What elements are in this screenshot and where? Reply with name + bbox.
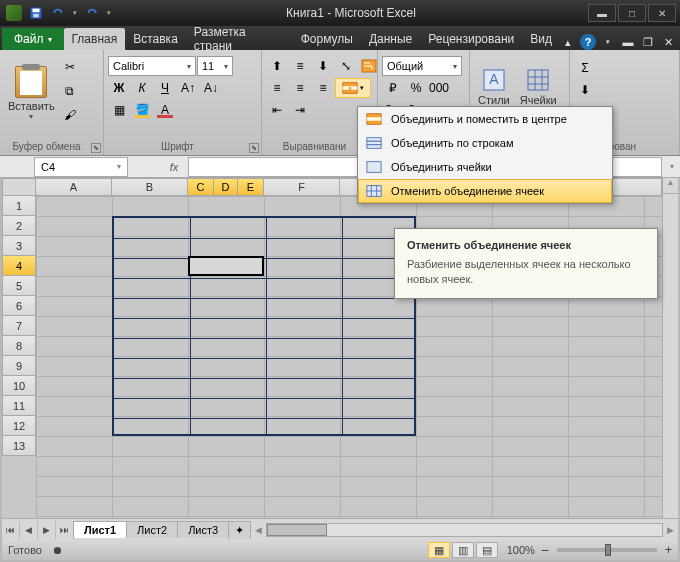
decrease-indent-icon[interactable]: ⇤: [266, 100, 288, 120]
row-header-3[interactable]: 3: [2, 236, 36, 256]
row-header-10[interactable]: 10: [2, 376, 36, 396]
cut-icon[interactable]: ✂: [61, 58, 79, 76]
help-icon[interactable]: ?: [580, 34, 596, 50]
row-header-6[interactable]: 6: [2, 296, 36, 316]
normal-view-button[interactable]: ▦: [428, 542, 450, 558]
tab-view[interactable]: Вид: [522, 28, 560, 50]
font-size-select[interactable]: 11: [197, 56, 233, 76]
currency-icon[interactable]: ₽: [382, 78, 404, 98]
active-cell[interactable]: [188, 256, 264, 276]
zoom-out-button[interactable]: −: [541, 542, 549, 558]
save-icon[interactable]: [26, 3, 46, 23]
autosum-icon[interactable]: Σ: [574, 58, 596, 78]
increase-indent-icon[interactable]: ⇥: [289, 100, 311, 120]
column-header-E[interactable]: E: [238, 178, 264, 196]
fill-color-icon[interactable]: 🪣: [131, 100, 153, 120]
qat-customize-icon[interactable]: ▾: [104, 3, 114, 23]
tab-formulas[interactable]: Формулы: [293, 28, 361, 50]
column-header-A[interactable]: A: [36, 178, 112, 196]
tab-review[interactable]: Рецензировани: [420, 28, 522, 50]
column-header-D[interactable]: D: [214, 178, 238, 196]
hscroll-left-icon[interactable]: ◀: [255, 525, 262, 535]
doc-close-icon[interactable]: ✕: [660, 34, 676, 50]
clipboard-dialog-launcher[interactable]: ⬊: [91, 143, 101, 153]
app-icon[interactable]: [4, 3, 24, 23]
first-sheet-icon[interactable]: ⏮: [2, 521, 20, 539]
undo-dropdown-icon[interactable]: ▾: [70, 3, 80, 23]
merge-cells-button[interactable]: a ▾: [335, 78, 371, 98]
expand-formula-bar-icon[interactable]: ▾: [664, 162, 680, 171]
undo-icon[interactable]: [48, 3, 68, 23]
column-header-F[interactable]: F: [264, 178, 340, 196]
minimize-button[interactable]: ▬: [588, 4, 616, 22]
font-dialog-launcher[interactable]: ⬊: [249, 143, 259, 153]
column-header-C[interactable]: C: [188, 178, 214, 196]
scroll-up-icon[interactable]: ▲: [663, 178, 678, 194]
horizontal-scrollbar[interactable]: [266, 523, 663, 537]
unmerge-cells-item[interactable]: Отменить объединение ячеек: [358, 179, 612, 203]
vertical-scrollbar[interactable]: ▲: [662, 178, 678, 518]
format-painter-icon[interactable]: 🖌: [61, 106, 79, 124]
wrap-text-icon[interactable]: [358, 56, 380, 76]
minimize-ribbon-icon[interactable]: ▴: [560, 34, 576, 50]
copy-icon[interactable]: ⧉: [61, 82, 79, 100]
tab-page-layout[interactable]: Разметка страни: [186, 28, 293, 50]
doc-restore-icon[interactable]: ❐: [640, 34, 656, 50]
sheet-tab-2[interactable]: Лист2: [126, 521, 178, 538]
fill-icon[interactable]: ⬇: [574, 80, 596, 100]
font-name-select[interactable]: Calibri: [108, 56, 196, 76]
italic-button[interactable]: К: [131, 78, 153, 98]
last-sheet-icon[interactable]: ⏭: [56, 521, 74, 539]
tab-data[interactable]: Данные: [361, 28, 420, 50]
new-sheet-button[interactable]: ✦: [228, 521, 251, 539]
bold-button[interactable]: Ж: [108, 78, 130, 98]
row-header-5[interactable]: 5: [2, 276, 36, 296]
align-right-icon[interactable]: ≡: [312, 78, 334, 98]
row-header-12[interactable]: 12: [2, 416, 36, 436]
zoom-level[interactable]: 100%: [507, 544, 535, 556]
row-header-2[interactable]: 2: [2, 216, 36, 236]
align-center-icon[interactable]: ≡: [289, 78, 311, 98]
font-color-icon[interactable]: A: [154, 100, 176, 120]
macro-record-icon[interactable]: ⏺: [52, 544, 63, 556]
row-header-11[interactable]: 11: [2, 396, 36, 416]
orientation-icon[interactable]: ⤡: [335, 56, 357, 76]
select-all-button[interactable]: [2, 178, 36, 196]
borders-icon[interactable]: ▦: [108, 100, 130, 120]
increase-font-icon[interactable]: A↑: [177, 78, 199, 98]
merge-across-item[interactable]: Объединить по строкам: [358, 131, 612, 155]
zoom-slider[interactable]: [557, 548, 657, 552]
sheet-tab-1[interactable]: Лист1: [73, 521, 127, 538]
underline-button[interactable]: Ч: [154, 78, 176, 98]
tab-home[interactable]: Главная: [64, 28, 126, 50]
sheet-tab-3[interactable]: Лист3: [177, 521, 229, 538]
align-left-icon[interactable]: ≡: [266, 78, 288, 98]
merge-and-center-item[interactable]: Объединить и поместить в центре: [358, 107, 612, 131]
row-header-1[interactable]: 1: [2, 196, 36, 216]
row-header-4[interactable]: 4: [2, 256, 36, 276]
zoom-in-button[interactable]: +: [665, 543, 672, 557]
doc-minimize-icon[interactable]: ▬: [620, 34, 636, 50]
row-header-8[interactable]: 8: [2, 336, 36, 356]
help-dropdown-icon[interactable]: ▾: [600, 34, 616, 50]
name-box[interactable]: C4: [34, 157, 128, 177]
redo-icon[interactable]: [82, 3, 102, 23]
page-layout-view-button[interactable]: ▥: [452, 542, 474, 558]
paste-button[interactable]: Вставить ▾: [4, 52, 59, 134]
row-header-7[interactable]: 7: [2, 316, 36, 336]
number-format-select[interactable]: Общий: [382, 56, 462, 76]
comma-icon[interactable]: 000: [428, 78, 450, 98]
close-button[interactable]: ✕: [648, 4, 676, 22]
file-tab[interactable]: Файл: [2, 28, 64, 50]
maximize-button[interactable]: □: [618, 4, 646, 22]
align-bottom-icon[interactable]: ⬇: [312, 56, 334, 76]
align-top-icon[interactable]: ⬆: [266, 56, 288, 76]
row-header-9[interactable]: 9: [2, 356, 36, 376]
merge-cells-item[interactable]: Объединить ячейки: [358, 155, 612, 179]
prev-sheet-icon[interactable]: ◀: [20, 521, 38, 539]
decrease-font-icon[interactable]: A↓: [200, 78, 222, 98]
percent-icon[interactable]: %: [405, 78, 427, 98]
align-middle-icon[interactable]: ≡: [289, 56, 311, 76]
tab-insert[interactable]: Вставка: [125, 28, 186, 50]
next-sheet-icon[interactable]: ▶: [38, 521, 56, 539]
